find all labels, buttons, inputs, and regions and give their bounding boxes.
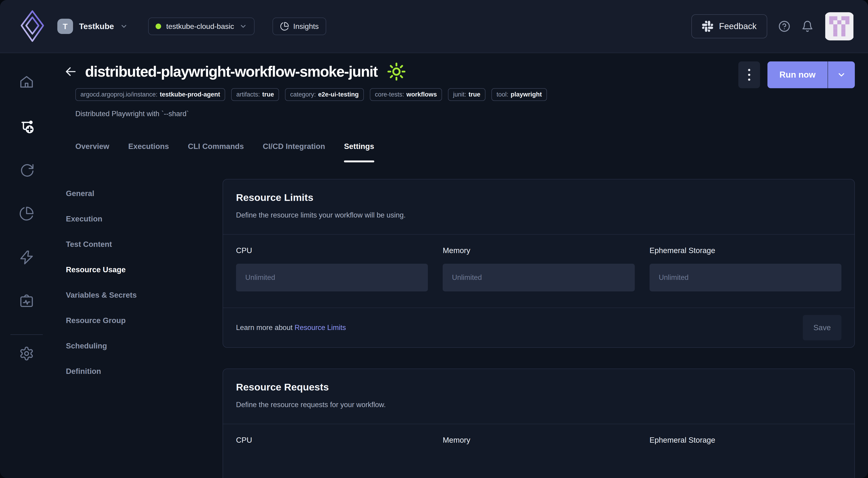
cpu-label: CPU	[236, 246, 428, 255]
org-switcher[interactable]: T Testkube	[57, 19, 128, 34]
tab-cicd-integration[interactable]: CI/CD Integration	[263, 142, 325, 162]
ephemeral-storage-label: Ephemeral Storage	[650, 246, 841, 255]
ephemeral-storage-limit-field: Ephemeral Storage	[650, 246, 841, 292]
subnav-resource-usage[interactable]: Resource Usage	[66, 257, 223, 282]
tab-bar: Overview Executions CLI Commands CI/CD I…	[75, 142, 868, 162]
page-header: distributed-playwright-workflow-smoke-ju…	[53, 53, 868, 162]
sidebar-settings-gear-icon[interactable]	[19, 346, 34, 361]
org-avatar: T	[57, 19, 73, 34]
ephemeral-storage-label: Ephemeral Storage	[650, 436, 841, 445]
feedback-label: Feedback	[719, 22, 757, 31]
subnav-variables-secrets[interactable]: Variables & Secrets	[66, 282, 223, 308]
bell-icon	[801, 20, 813, 32]
run-now-button[interactable]: Run now	[768, 61, 828, 88]
sidebar-runs-refresh-icon[interactable]	[19, 162, 34, 177]
subnav-execution[interactable]: Execution	[66, 206, 223, 232]
memory-limit-field: Memory	[443, 246, 634, 292]
chevron-down-icon	[120, 23, 128, 30]
sidebar-triggers-lightning-icon[interactable]	[19, 250, 34, 265]
card-title: Resource Limits	[236, 192, 841, 203]
testkube-logo	[20, 9, 45, 44]
ephemeral-storage-limit-input[interactable]	[650, 264, 841, 292]
tab-cli-commands[interactable]: CLI Commands	[188, 142, 244, 162]
sidebar-test-workflows-icon[interactable]	[19, 118, 34, 134]
card-description: Define the resource requests for your wo…	[236, 401, 841, 409]
help-button[interactable]	[778, 20, 790, 32]
subnav-general[interactable]: General	[66, 181, 223, 206]
label-badges: argocd.argoproj.io/instance:testkube-pro…	[75, 88, 868, 101]
health-sun-icon	[387, 62, 406, 81]
workflow-title: distributed-playwright-workflow-smoke-ju…	[85, 63, 377, 80]
ephemeral-storage-request-field: Ephemeral Storage	[650, 436, 841, 445]
run-options-button[interactable]	[828, 61, 855, 88]
learn-more-text: Learn more about Resource Limits	[236, 323, 346, 332]
user-avatar[interactable]	[825, 12, 854, 40]
topbar: T Testkube testkube-cloud-basic Insights	[0, 0, 868, 53]
save-button[interactable]: Save	[803, 315, 841, 340]
label-badge: artifacts:true	[231, 88, 279, 101]
chevron-down-icon	[239, 23, 247, 30]
cpu-limit-field: CPU	[236, 246, 428, 292]
resource-limits-link[interactable]: Resource Limits	[294, 323, 346, 332]
sidebar-divider	[10, 334, 43, 335]
memory-label: Memory	[443, 436, 634, 445]
memory-request-field: Memory	[443, 436, 634, 445]
cpu-request-field: CPU	[236, 436, 428, 445]
subnav-scheduling[interactable]: Scheduling	[66, 333, 223, 358]
help-circle-icon	[778, 20, 790, 32]
card-description: Define the resource limits your workflow…	[236, 211, 841, 219]
settings-body: General Execution Test Content Resource …	[53, 162, 868, 478]
resource-limits-card: Resource Limits Define the resource limi…	[223, 179, 855, 348]
notifications-button[interactable]	[801, 20, 813, 32]
chevron-down-icon	[837, 70, 846, 79]
settings-panels: Resource Limits Define the resource limi…	[223, 162, 868, 478]
resource-requests-card: Resource Requests Define the resource re…	[223, 369, 855, 478]
cpu-limit-input[interactable]	[236, 264, 428, 292]
label-badge: argocd.argoproj.io/instance:testkube-pro…	[75, 88, 225, 101]
env-status-dot	[156, 24, 161, 29]
label-badge: category:e2e-ui-testing	[285, 88, 364, 101]
sidebar-monitoring-icon[interactable]	[19, 294, 34, 309]
label-badge: core-tests:workflows	[370, 88, 442, 101]
environment-selector[interactable]: testkube-cloud-basic	[148, 18, 254, 35]
card-title: Resource Requests	[236, 381, 841, 393]
settings-subnav: General Execution Test Content Resource …	[53, 162, 223, 384]
back-button[interactable]	[64, 65, 77, 78]
subnav-test-content[interactable]: Test Content	[66, 232, 223, 257]
main-content: distributed-playwright-workflow-smoke-ju…	[53, 53, 868, 478]
tab-overview[interactable]: Overview	[75, 142, 109, 162]
tab-executions[interactable]: Executions	[128, 142, 169, 162]
env-name: testkube-cloud-basic	[166, 22, 234, 31]
tab-settings[interactable]: Settings	[344, 142, 374, 162]
insights-label: Insights	[293, 22, 319, 31]
arrow-left-icon	[64, 65, 77, 78]
subnav-definition[interactable]: Definition	[66, 358, 223, 384]
slack-icon	[702, 21, 713, 32]
memory-label: Memory	[443, 246, 634, 255]
org-name: Testkube	[79, 22, 114, 31]
more-actions-button[interactable]	[738, 61, 760, 88]
kebab-menu-icon	[745, 68, 754, 81]
sidebar-insights-pie-icon[interactable]	[19, 206, 34, 221]
run-controls: Run now	[738, 61, 855, 88]
label-badge: junit:true	[448, 88, 486, 101]
insights-button[interactable]: Insights	[273, 18, 326, 35]
feedback-button[interactable]: Feedback	[691, 14, 768, 38]
sidebar-home-icon[interactable]	[19, 74, 34, 90]
pie-chart-icon	[280, 22, 289, 31]
memory-limit-input[interactable]	[443, 264, 634, 292]
testkube-app: T Testkube testkube-cloud-basic Insights	[0, 0, 868, 478]
identicon-avatar-image	[825, 12, 854, 40]
workflow-description: Distributed Playwright with `--shard`	[75, 110, 868, 118]
subnav-resource-group[interactable]: Resource Group	[66, 308, 223, 333]
cpu-label: CPU	[236, 436, 428, 445]
label-badge: tool:playwright	[491, 88, 547, 101]
sidebar	[0, 53, 53, 478]
